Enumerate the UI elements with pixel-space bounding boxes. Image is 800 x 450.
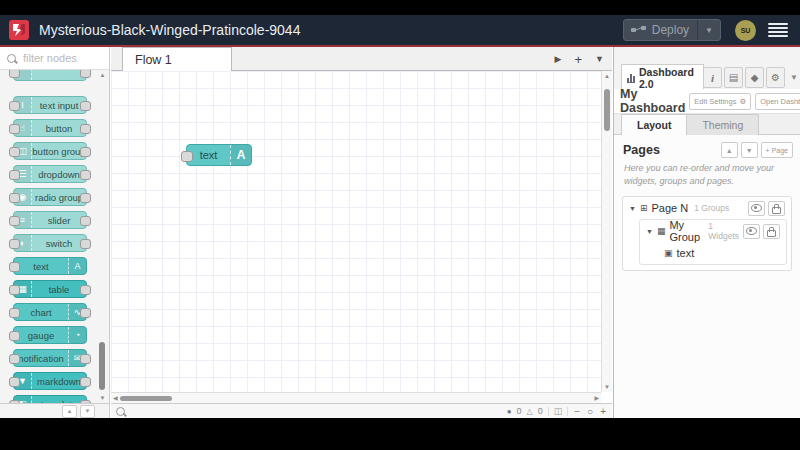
move-up-button[interactable]: ▲ xyxy=(721,142,738,158)
visibility-toggle-button[interactable] xyxy=(748,201,765,216)
palette-node-text-input[interactable]: Itext input xyxy=(13,96,87,114)
canvas-node-text[interactable]: text A xyxy=(186,144,252,166)
palette-node-button-group[interactable]: ◫button group xyxy=(13,142,87,160)
palette-node-label: slider xyxy=(32,215,86,226)
gauge-icon: ◔ xyxy=(68,327,86,343)
deploy-button[interactable]: Deploy ▼ xyxy=(623,19,721,41)
zoom-out-button[interactable]: − xyxy=(573,406,581,417)
node-input-port[interactable] xyxy=(9,308,20,318)
sidebar-menu-chevron-icon[interactable]: ▼ xyxy=(790,73,798,82)
node-input-port[interactable] xyxy=(9,124,20,134)
node-output-port[interactable] xyxy=(80,70,91,78)
navigator-icon[interactable]: ◫ xyxy=(554,406,563,416)
node-input-port[interactable] xyxy=(9,285,20,295)
add-flow-button[interactable]: + xyxy=(574,52,582,67)
node-input-port[interactable] xyxy=(9,193,20,203)
user-avatar[interactable]: SU xyxy=(735,20,756,41)
node-output-port[interactable] xyxy=(80,216,91,226)
node-output-port[interactable] xyxy=(80,147,91,157)
scroll-down-icon[interactable]: ▼ xyxy=(602,382,612,392)
chevron-down-icon[interactable]: ▼ xyxy=(629,205,636,212)
debug-tab-button[interactable]: ◆ xyxy=(745,67,764,88)
scroll-right-icon[interactable]: ▶ xyxy=(594,394,599,403)
palette-node-dropdown[interactable]: ☰dropdown xyxy=(13,165,87,183)
palette-node-markdown[interactable]: ▼markdown xyxy=(13,372,87,390)
deploy-chevron-down-icon[interactable]: ▼ xyxy=(698,26,720,35)
node-output-port[interactable] xyxy=(80,193,91,203)
canvas-vscroll-thumb[interactable] xyxy=(604,89,610,131)
node-input-port[interactable] xyxy=(9,331,20,341)
scroll-left-icon[interactable]: ◀ xyxy=(113,394,118,403)
node-input-port[interactable] xyxy=(9,354,20,364)
palette-node-label: switch xyxy=(32,238,86,249)
palette-node-partial[interactable] xyxy=(13,70,87,81)
node-output-port[interactable] xyxy=(80,124,91,134)
palette-node-template[interactable]: ◧template xyxy=(13,395,87,403)
node-input-port[interactable] xyxy=(9,170,20,180)
canvas-hscroll-thumb[interactable] xyxy=(120,396,172,401)
node-output-port[interactable] xyxy=(80,354,91,364)
flow-menu-chevron-icon[interactable]: ▼ xyxy=(595,54,604,64)
node-input-port[interactable] xyxy=(9,262,20,272)
node-output-port[interactable] xyxy=(80,377,91,387)
node-input-port[interactable] xyxy=(181,151,193,162)
info-tab-button[interactable]: i xyxy=(703,67,722,88)
lock-toggle-button[interactable] xyxy=(763,224,780,239)
canvas-search-icon[interactable] xyxy=(116,407,125,416)
add-page-button[interactable]: + Page xyxy=(761,142,793,158)
scroll-up-icon[interactable]: ▲ xyxy=(602,71,612,81)
chevron-down-icon[interactable]: ▼ xyxy=(646,228,653,235)
zoom-in-button[interactable]: + xyxy=(599,406,607,417)
palette-node-table[interactable]: ▦table xyxy=(13,280,87,298)
palette-node-chart[interactable]: chart∿ xyxy=(13,303,87,321)
node-input-port[interactable] xyxy=(9,239,20,249)
node-input-port[interactable] xyxy=(9,377,20,387)
tree-row-page[interactable]: ▼ ⊞ Page N 1 Groups xyxy=(623,197,791,219)
canvas-grid[interactable]: text A xyxy=(111,71,601,392)
main-menu-button[interactable] xyxy=(768,23,788,37)
help-tab-button[interactable]: ▤ xyxy=(724,67,743,88)
palette-node-radio-group[interactable]: ◉radio group xyxy=(13,188,87,206)
palette-scrollbar-thumb[interactable] xyxy=(99,342,105,390)
group-icon: ▦ xyxy=(657,226,666,236)
palette-node-label: text input xyxy=(32,100,86,111)
node-output-port[interactable] xyxy=(80,101,91,111)
sidebar-tab-bar: Dashboard 2.0 i ▤ ◆ ⚙ ▼ xyxy=(614,63,800,90)
node-input-port[interactable] xyxy=(9,70,20,78)
config-tab-button[interactable]: ⚙ xyxy=(766,67,785,88)
node-output-port[interactable] xyxy=(80,285,91,295)
zoom-reset-button[interactable]: ○ xyxy=(586,406,594,417)
node-input-port[interactable] xyxy=(9,216,20,226)
palette-node-label: text xyxy=(14,261,68,272)
open-dashboard-button[interactable]: Open Dashboard ⧉ xyxy=(755,93,800,110)
node-input-port[interactable] xyxy=(9,147,20,157)
lock-toggle-button[interactable] xyxy=(768,201,785,216)
tree-row-group[interactable]: ▼ ▦ My Group 1 Widgets xyxy=(640,220,786,242)
palette-node-notification[interactable]: notification✉ xyxy=(13,349,87,367)
palette-node-gauge[interactable]: gauge◔ xyxy=(13,326,87,344)
tab-list-icon[interactable]: ▶ xyxy=(555,54,562,64)
collapse-all-button[interactable]: ▲ xyxy=(62,405,77,418)
palette-node-switch[interactable]: ◐switch xyxy=(13,234,87,252)
expand-all-button[interactable]: ▼ xyxy=(80,405,95,418)
palette-node-label: chart xyxy=(14,307,68,318)
palette-node-slider[interactable]: ≡slider xyxy=(13,211,87,229)
palette-node-button[interactable]: ☝button xyxy=(13,119,87,137)
tab-theming[interactable]: Theming xyxy=(687,114,759,135)
scroll-up-icon[interactable]: ▲ xyxy=(96,70,109,80)
node-output-port[interactable] xyxy=(80,308,91,318)
scroll-down-icon[interactable]: ▼ xyxy=(96,393,109,403)
move-down-button[interactable]: ▼ xyxy=(741,142,758,158)
visibility-toggle-button[interactable] xyxy=(743,224,760,239)
flow-tab[interactable]: Flow 1 xyxy=(122,47,232,71)
edit-settings-button[interactable]: Edit Settings ⚙ xyxy=(689,93,751,110)
node-output-port[interactable] xyxy=(80,170,91,180)
tree-row-widget[interactable]: ▣ text xyxy=(640,242,786,264)
bar-chart-icon xyxy=(627,73,635,83)
filter-nodes-input[interactable] xyxy=(21,51,103,65)
node-input-port[interactable] xyxy=(9,101,20,111)
layout-panel: Pages ▲ ▼ + Page Here you can re-order a… xyxy=(614,135,800,418)
node-output-port[interactable] xyxy=(80,239,91,249)
palette-node-text[interactable]: textA xyxy=(13,257,87,275)
tab-layout[interactable]: Layout xyxy=(621,114,687,135)
